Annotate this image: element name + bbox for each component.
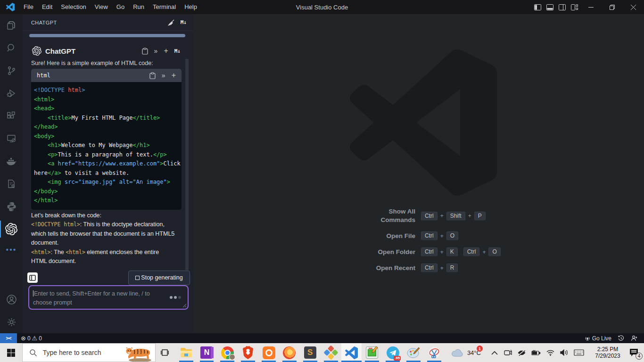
text-line: <title>My First HTML Page</title>	[34, 114, 179, 123]
hidden-icon[interactable]	[518, 349, 526, 356]
layout-toggle-button[interactable]	[27, 272, 38, 283]
python-icon[interactable]	[0, 195, 23, 218]
copy-code-icon[interactable]	[149, 72, 156, 79]
key-badge: P	[474, 212, 486, 221]
toggle-panel-icon[interactable]	[544, 0, 556, 14]
menu-edit[interactable]: Edit	[38, 0, 57, 14]
resize-handle[interactable]	[182, 304, 187, 308]
explorer-icon[interactable]	[0, 14, 23, 37]
insert-code-chevrons-icon[interactable]: »	[162, 72, 165, 79]
stop-generating-button[interactable]: Stop generating	[128, 271, 190, 285]
new-chat-plus-icon[interactable]: +	[164, 47, 168, 55]
chrome-icon[interactable]	[217, 343, 238, 362]
search-icon	[29, 349, 37, 357]
file-gear-icon[interactable]	[0, 173, 23, 195]
remote-explorer-icon[interactable]	[0, 127, 23, 150]
source-control-icon[interactable]	[0, 59, 23, 82]
task-view-icon[interactable]	[156, 343, 176, 362]
markdown-export-icon[interactable]: M↓	[174, 48, 181, 54]
office-icon[interactable]	[321, 343, 341, 362]
run-debug-icon[interactable]	[0, 82, 23, 105]
vscode-watermark-icon	[350, 49, 497, 196]
text-line: <p>This is a paragraph of text.</p>	[34, 150, 179, 160]
taskbar-clock[interactable]: 2:25 PM 7/29/2023	[592, 346, 624, 359]
key-badge: Ctrl	[463, 247, 480, 256]
volume-icon[interactable]	[560, 349, 568, 356]
more-ellipsis-icon[interactable]: •••	[6, 240, 17, 259]
battery-icon[interactable]	[531, 350, 541, 356]
start-button[interactable]	[0, 343, 22, 362]
new-file-plus-icon[interactable]: +	[172, 72, 176, 79]
wifi-icon[interactable]	[546, 350, 554, 356]
clear-broom-icon[interactable]	[168, 19, 175, 26]
history-icon[interactable]	[618, 335, 624, 341]
typing-indicator-dots	[170, 296, 181, 299]
xampp-icon[interactable]	[258, 343, 279, 362]
toggle-secondary-sidebar-icon[interactable]	[556, 0, 568, 14]
assistant-message-explanation: Let's break down the code:<!DOCTYPE html…	[31, 211, 182, 265]
sublime-icon[interactable]: S	[300, 343, 321, 362]
minimize-button[interactable]	[580, 0, 602, 14]
expand-chevrons-icon[interactable]: »	[154, 48, 158, 54]
problems-status[interactable]: ⊗ 0 ⚠ 0	[21, 335, 42, 342]
copy-clipboard-icon[interactable]	[142, 48, 148, 55]
taskbar-search-input[interactable]: Type here to search	[22, 343, 156, 362]
menu-view[interactable]: View	[91, 0, 112, 14]
image-editor-icon[interactable]	[362, 343, 382, 362]
snipping-tool-icon[interactable]	[424, 343, 445, 362]
weather-widget[interactable]: 1 34°C	[451, 348, 481, 357]
key-badge: O	[446, 231, 458, 240]
extensions-icon[interactable]	[0, 105, 23, 127]
menu-go[interactable]: Go	[112, 0, 129, 14]
text-line: <!DOCTYPE html>: This is the doctype dec…	[31, 220, 182, 230]
chevron-up-icon[interactable]	[491, 351, 498, 355]
go-live-button[interactable]: Go Live	[585, 335, 611, 342]
vscode-icon[interactable]	[341, 343, 362, 362]
split-view-icon	[29, 275, 36, 281]
settings-gear-icon[interactable]	[0, 311, 23, 333]
menu-help[interactable]: Help	[180, 0, 201, 14]
telegram-icon[interactable]: .95	[382, 343, 403, 362]
feedback-account-icon[interactable]	[631, 335, 637, 341]
docker-icon[interactable]	[0, 150, 23, 173]
paint-icon[interactable]	[403, 343, 424, 362]
code-language-label: html	[37, 72, 50, 79]
file-explorer-icon[interactable]	[176, 343, 197, 362]
stop-generating-label: Stop generating	[141, 274, 182, 281]
error-icon: ⊗	[21, 335, 26, 341]
restore-button[interactable]	[602, 0, 623, 14]
toggle-primary-sidebar-icon[interactable]	[531, 0, 544, 14]
telegram-badge: .95	[394, 356, 401, 361]
camera-icon[interactable]	[504, 349, 512, 356]
keyboard-icon[interactable]	[574, 349, 584, 356]
warning-count: 0	[39, 335, 42, 342]
welcome-shortcuts: Show All CommandsCtrl+Shift+POpen FileCt…	[354, 207, 501, 280]
menu-run[interactable]: Run	[129, 0, 149, 14]
chat-scrollbar[interactable]	[185, 59, 189, 270]
prompt-input[interactable]: Enter to send, Shift+Enter for a new lin…	[28, 285, 189, 310]
remote-indicator[interactable]: ><	[0, 333, 17, 343]
chatgpt-panel: CHATGPT M↓ ChatGPT » + M↓ Sure! Here is …	[23, 14, 193, 333]
loading-progress-bar	[29, 34, 185, 37]
onenote-icon[interactable]: N	[197, 343, 217, 362]
menu-terminal[interactable]: Terminal	[149, 0, 180, 14]
shortcut-row: Open RecentCtrl+R	[354, 263, 501, 272]
menu-bar: FileEditSelectionViewGoRunTerminalHelp	[19, 0, 201, 14]
notification-center[interactable]: 4	[624, 343, 644, 362]
close-button[interactable]	[623, 0, 644, 14]
brave-icon[interactable]	[238, 343, 258, 362]
search-icon[interactable]	[0, 37, 23, 59]
markdown-export-icon[interactable]: M↓	[181, 19, 187, 25]
menu-file[interactable]: File	[19, 0, 38, 14]
account-icon[interactable]	[0, 288, 23, 311]
firefox-icon[interactable]	[279, 343, 300, 362]
date-label: 7/29/2023	[592, 353, 624, 359]
key-badge: Shift	[446, 212, 465, 221]
shortcut-row: Open FolderCtrl+KCtrl+O	[354, 247, 501, 256]
menu-selection[interactable]: Selection	[57, 0, 90, 14]
customize-layout-icon[interactable]	[568, 0, 580, 14]
search-tiger-image	[122, 345, 153, 362]
key-badge: O	[488, 247, 500, 256]
stop-square-icon	[135, 276, 140, 280]
chatgpt-icon[interactable]	[0, 218, 23, 240]
